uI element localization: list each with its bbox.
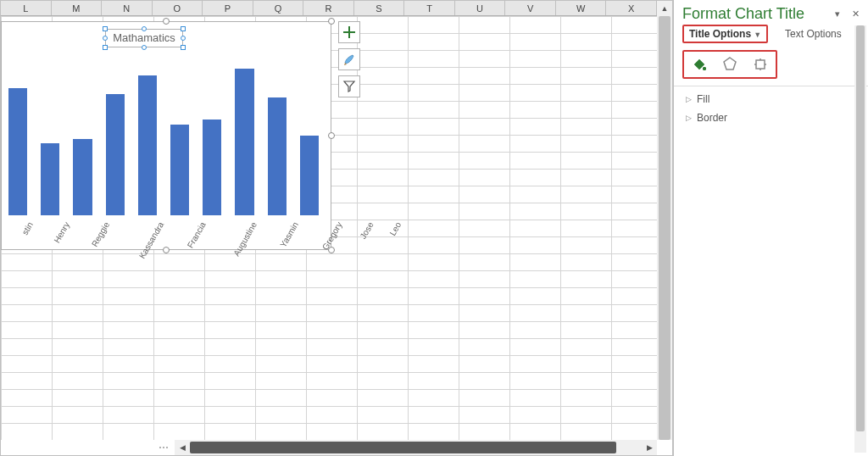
chart-bar[interactable] [8, 88, 27, 215]
scroll-left-icon[interactable]: ◀ [175, 440, 190, 455]
format-chart-title-pane: Format Chart Title ▾ ✕ Title Options▼ Te… [673, 0, 868, 456]
embedded-chart[interactable]: Mathamatics stinHenryReggieKassandraFran… [1, 21, 331, 250]
chart-resize-handle[interactable] [163, 18, 170, 25]
size-icon [752, 56, 769, 73]
chart-bar[interactable] [203, 120, 221, 215]
chart-bar[interactable] [41, 143, 59, 215]
chevron-down-icon: ▼ [754, 31, 761, 39]
chart-resize-handle[interactable] [328, 132, 335, 139]
size-properties-tab[interactable] [748, 53, 772, 75]
chart-tool-buttons [338, 21, 362, 97]
chart-bar[interactable] [138, 75, 157, 215]
scroll-up-icon[interactable]: ▲ [657, 1, 672, 16]
category-label: Reggie [71, 217, 98, 246]
category-label: stin [8, 217, 22, 246]
format-pane-scroll-thumb[interactable] [856, 25, 865, 431]
chart-bar[interactable] [170, 125, 189, 215]
paint-bucket-icon [691, 56, 708, 73]
svg-point-0 [703, 67, 706, 70]
tab-title-options[interactable]: Title Options▼ [687, 25, 763, 43]
worksheet-pane: LMNOPQRSTUVWX ⋯ Mathamatics [0, 0, 673, 456]
plot-area[interactable] [5, 56, 322, 215]
close-pane-button[interactable]: ✕ [852, 8, 860, 19]
chart-title[interactable]: Mathamatics [105, 29, 183, 47]
divider [674, 86, 868, 86]
column-header-T[interactable]: T [404, 1, 455, 15]
effects-tab[interactable] [718, 53, 742, 75]
chart-bar[interactable] [73, 139, 92, 215]
format-pane-scrollbar[interactable] [854, 25, 866, 453]
column-header-U[interactable]: U [455, 1, 506, 15]
title-handle[interactable] [103, 36, 108, 41]
pentagon-icon [721, 56, 738, 73]
format-pane-title: Format Chart Title [682, 5, 804, 23]
category-label: Francia [166, 217, 194, 246]
column-header-R[interactable]: R [303, 1, 354, 15]
category-label: Jose [344, 217, 362, 246]
section-border[interactable]: ▷ Border [674, 108, 868, 127]
column-header-P[interactable]: P [203, 1, 253, 15]
chart-bar[interactable] [300, 136, 319, 215]
horizontal-scrollbar[interactable]: ◀ ▶ [175, 440, 657, 455]
format-category-icons [682, 50, 860, 79]
chart-title-text: Mathamatics [113, 31, 175, 44]
annotation-highlight: Title Options▼ [682, 25, 768, 43]
title-handle[interactable] [103, 26, 108, 31]
vertical-scroll-thumb[interactable] [659, 16, 670, 440]
svg-rect-1 [756, 60, 765, 69]
tab-title-options-label: Title Options [689, 28, 751, 40]
plus-icon [342, 25, 356, 39]
column-header-X[interactable]: X [606, 1, 657, 15]
title-handle[interactable] [181, 26, 186, 31]
annotation-highlight [682, 50, 777, 79]
section-border-label: Border [697, 112, 727, 124]
chart-resize-handle[interactable] [328, 18, 335, 25]
title-handle[interactable] [181, 36, 186, 41]
chart-bar[interactable] [235, 69, 253, 215]
expand-icon: ▷ [686, 114, 692, 122]
format-pane-header: Format Chart Title ▾ ✕ [674, 0, 868, 25]
column-header-N[interactable]: N [102, 1, 153, 15]
title-handle[interactable] [142, 45, 147, 50]
category-label: Henry [36, 217, 58, 246]
chart-styles-button[interactable] [338, 48, 360, 70]
title-handle[interactable] [142, 26, 147, 31]
section-fill-label: Fill [697, 93, 709, 105]
title-handle[interactable] [181, 45, 186, 50]
expand-icon: ▷ [686, 95, 692, 103]
category-label: Leo [376, 217, 390, 246]
section-fill[interactable]: ▷ Fill [674, 90, 868, 108]
tab-text-options[interactable]: Text Options [783, 25, 843, 43]
category-label: Gregory [300, 217, 331, 246]
chart-resize-handle[interactable] [163, 247, 170, 253]
funnel-icon [342, 80, 356, 93]
column-header-O[interactable]: O [153, 1, 203, 15]
column-headers: LMNOPQRSTUVWX [1, 1, 657, 16]
chart-filters-button[interactable] [338, 75, 360, 97]
chart-bar[interactable] [268, 97, 287, 215]
format-pane-tabs: Title Options▼ Text Options [674, 25, 868, 47]
chart-bar[interactable] [106, 94, 125, 215]
column-header-Q[interactable]: Q [253, 1, 304, 15]
brush-icon [342, 53, 356, 66]
category-label: Yasmin [259, 217, 287, 246]
title-handle[interactable] [103, 45, 108, 50]
chart-elements-button[interactable] [338, 21, 360, 43]
column-header-M[interactable]: M [52, 1, 103, 15]
column-header-W[interactable]: W [556, 1, 607, 15]
sheet-split-handle[interactable]: ⋯ [152, 440, 177, 455]
column-header-L[interactable]: L [1, 1, 52, 15]
app-root: LMNOPQRSTUVWX ⋯ Mathamatics [0, 0, 868, 456]
column-header-S[interactable]: S [354, 1, 405, 15]
vertical-scrollbar[interactable]: ▲ ▼ [657, 1, 672, 440]
column-header-V[interactable]: V [505, 1, 556, 15]
category-label: Augustine [208, 217, 245, 246]
category-label: Kassandra [112, 217, 153, 246]
scroll-right-icon[interactable]: ▶ [642, 440, 657, 455]
pane-options-dropdown[interactable]: ▾ [835, 8, 840, 19]
fill-and-line-tab[interactable] [687, 53, 711, 75]
horizontal-scroll-thumb[interactable] [190, 442, 616, 453]
